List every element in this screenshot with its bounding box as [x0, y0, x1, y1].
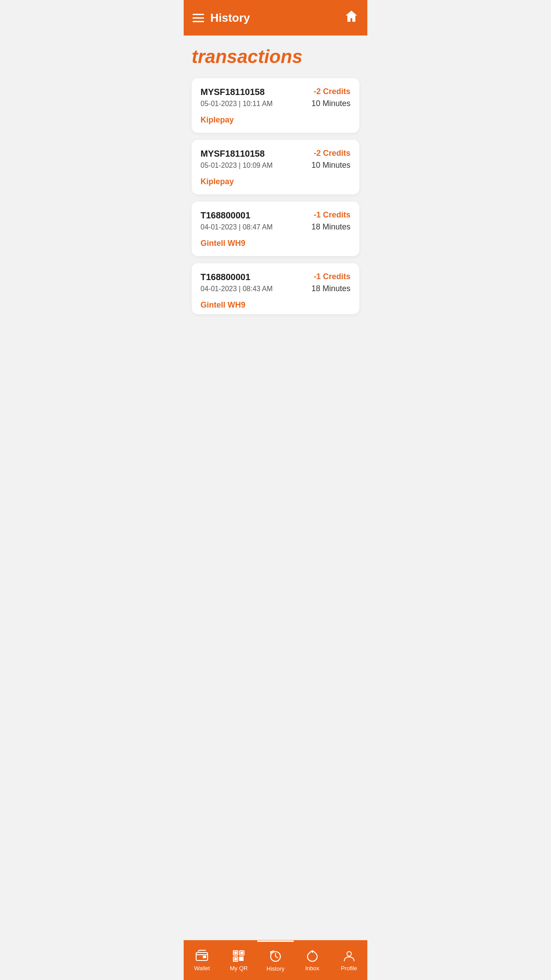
- card-middle-row: 05-01-2023 | 10:09 AM 10 Minutes: [201, 161, 350, 170]
- card-top-row: MYSF18110158 -2 Credits: [201, 87, 350, 97]
- transaction-id: MYSF18110158: [201, 149, 265, 159]
- card-middle-row: 04-01-2023 | 08:43 AM 18 Minutes: [201, 284, 350, 293]
- merchant-name: Gintell WH9: [201, 300, 350, 310]
- transaction-card[interactable]: T168800001 -1 Credits 04-01-2023 | 08:47…: [192, 202, 359, 256]
- credits-amount: -2 Credits: [314, 87, 350, 96]
- header-title: History: [210, 11, 250, 25]
- home-icon-button[interactable]: [344, 9, 358, 27]
- transaction-duration: 10 Minutes: [311, 99, 350, 108]
- page-heading: transactions: [192, 46, 359, 67]
- merchant-name: Gintell WH9: [201, 239, 350, 248]
- card-top-row: MYSF18110158 -2 Credits: [201, 149, 350, 159]
- credits-amount: -1 Credits: [314, 210, 350, 220]
- transaction-id: T168800001: [201, 272, 250, 282]
- transaction-duration: 18 Minutes: [311, 284, 350, 293]
- transaction-date: 04-01-2023 | 08:43 AM: [201, 285, 273, 293]
- transaction-date: 05-01-2023 | 10:09 AM: [201, 162, 273, 170]
- merchant-name: Kiplepay: [201, 115, 350, 125]
- transaction-duration: 10 Minutes: [311, 161, 350, 170]
- header: History: [184, 0, 367, 36]
- header-left: History: [193, 11, 250, 25]
- credits-amount: -1 Credits: [314, 272, 350, 281]
- transaction-card[interactable]: T168800001 -1 Credits 04-01-2023 | 08:43…: [192, 263, 359, 314]
- merchant-name: Kiplepay: [201, 177, 350, 186]
- transaction-card[interactable]: MYSF18110158 -2 Credits 05-01-2023 | 10:…: [192, 78, 359, 133]
- transaction-date: 05-01-2023 | 10:11 AM: [201, 100, 273, 108]
- transaction-id: T168800001: [201, 210, 250, 221]
- card-middle-row: 04-01-2023 | 08:47 AM 18 Minutes: [201, 222, 350, 232]
- main-content: transactions MYSF18110158 -2 Credits 05-…: [184, 36, 367, 359]
- hamburger-menu-button[interactable]: [193, 14, 204, 22]
- transaction-date: 04-01-2023 | 08:47 AM: [201, 223, 273, 231]
- transaction-id: MYSF18110158: [201, 87, 265, 97]
- credits-amount: -2 Credits: [314, 149, 350, 158]
- transaction-card[interactable]: MYSF18110158 -2 Credits 05-01-2023 | 10:…: [192, 140, 359, 194]
- card-top-row: T168800001 -1 Credits: [201, 272, 350, 282]
- card-top-row: T168800001 -1 Credits: [201, 210, 350, 221]
- card-middle-row: 05-01-2023 | 10:11 AM 10 Minutes: [201, 99, 350, 108]
- transaction-duration: 18 Minutes: [311, 222, 350, 232]
